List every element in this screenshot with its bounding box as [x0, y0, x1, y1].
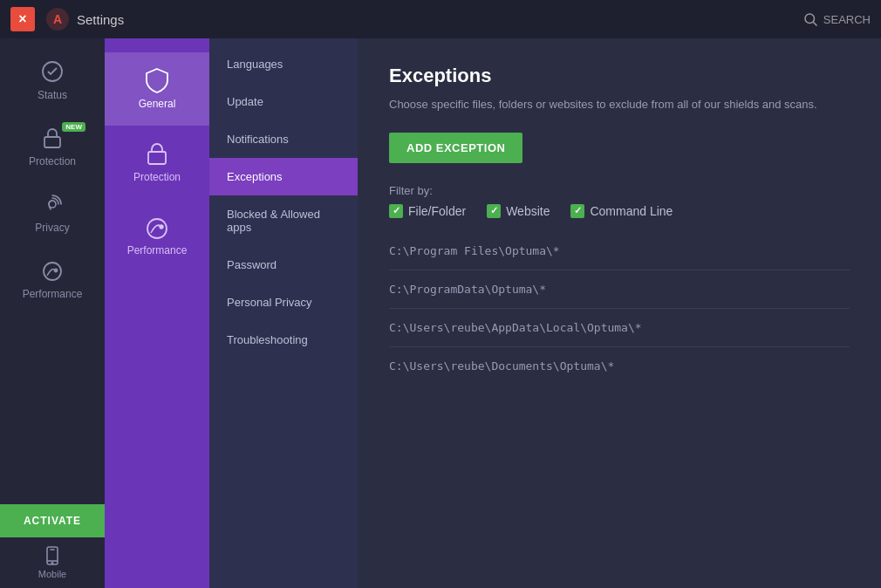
general-panel-performance[interactable]: Performance [105, 199, 209, 272]
main-layout: Status NEW Protection Privacy [0, 38, 881, 588]
fingerprint-icon [40, 192, 65, 216]
submenu-troubleshooting[interactable]: Troubleshooting [209, 321, 358, 359]
lock-outline-icon [145, 141, 169, 166]
filter-section: Filter by: ✓ File/Folder ✓ Website [389, 184, 850, 218]
lock-icon [40, 126, 65, 150]
general-panel-general-label: General [139, 98, 176, 110]
add-exception-button[interactable]: ADD EXCEPTION [389, 133, 522, 163]
content-area: Exceptions Choose specific files, folder… [358, 38, 881, 588]
svg-point-8 [55, 270, 58, 272]
filter-command-line-label: Command Line [590, 204, 673, 218]
speedometer-icon [40, 258, 65, 283]
shield-icon [145, 68, 169, 92]
exception-item-3[interactable]: C:\Users\reube\Documents\Optuma\* [389, 347, 850, 385]
checkmark-icon: ✓ [490, 205, 498, 216]
page-subtitle: Choose specific files, folders or websit… [389, 96, 850, 113]
page-title: Exceptions [389, 65, 850, 87]
sidebar-item-status-label: Status [38, 89, 67, 101]
filter-website[interactable]: ✓ Website [487, 204, 550, 218]
activate-button[interactable]: ACTIVATE [0, 504, 105, 537]
sidebar-item-performance-label: Performance [23, 288, 83, 300]
general-panel: General Protection Performance [105, 38, 209, 588]
new-badge: NEW [62, 122, 85, 132]
submenu-blocked-allowed-apps[interactable]: Blocked & Allowed apps [209, 195, 358, 246]
topbar: × A Settings SEARCH [0, 0, 881, 38]
filter-website-checkbox[interactable]: ✓ [487, 204, 501, 218]
topbar-title: Settings [77, 12, 802, 27]
exception-item-1[interactable]: C:\ProgramData\Optuma\* [389, 270, 850, 309]
sidebar-item-privacy-label: Privacy [35, 222, 69, 234]
exception-item-2[interactable]: C:\Users\reube\AppData\Local\Optuma\* [389, 309, 850, 347]
submenu-panel: Languages Update Notifications Exception… [209, 38, 358, 588]
left-sidebar: Status NEW Protection Privacy [0, 38, 105, 588]
exceptions-list: C:\Program Files\Optuma\* C:\ProgramData… [389, 232, 850, 385]
filter-file-folder[interactable]: ✓ File/Folder [389, 204, 466, 218]
checkmark-icon: ✓ [393, 205, 400, 216]
gauge-icon [145, 215, 169, 239]
search-icon [802, 11, 818, 27]
svg-text:A: A [53, 12, 62, 26]
filter-command-line[interactable]: ✓ Command Line [570, 204, 673, 218]
general-panel-general[interactable]: General [105, 52, 209, 126]
sidebar-item-mobile[interactable]: Mobile [0, 537, 105, 588]
submenu-personal-privacy[interactable]: Personal Privacy [209, 284, 358, 321]
general-panel-protection[interactable]: Protection [105, 126, 209, 199]
check-circle-icon [40, 59, 65, 84]
filter-command-line-checkbox[interactable]: ✓ [570, 204, 584, 218]
search-area[interactable]: SEARCH [802, 11, 871, 27]
general-panel-protection-label: Protection [133, 171, 181, 183]
svg-point-7 [44, 263, 61, 280]
sidebar-item-mobile-label: Mobile [38, 569, 66, 579]
svg-point-2 [805, 14, 815, 24]
svg-point-13 [147, 219, 167, 238]
checkmark-icon: ✓ [574, 205, 582, 216]
submenu-languages[interactable]: Languages [209, 45, 358, 83]
svg-rect-12 [148, 152, 166, 164]
svg-point-14 [160, 225, 163, 229]
sidebar-item-privacy[interactable]: Privacy [0, 180, 105, 246]
general-panel-performance-label: Performance [127, 244, 188, 256]
submenu-update[interactable]: Update [209, 83, 358, 120]
submenu-notifications[interactable]: Notifications [209, 120, 358, 158]
search-label: SEARCH [823, 13, 871, 26]
svg-rect-5 [44, 137, 60, 147]
filter-file-folder-checkbox[interactable]: ✓ [389, 204, 403, 218]
sidebar-item-protection[interactable]: NEW Protection [0, 113, 105, 180]
exception-item-0[interactable]: C:\Program Files\Optuma\* [389, 232, 850, 270]
sidebar-item-status[interactable]: Status [0, 47, 105, 113]
avast-logo: A [45, 7, 70, 31]
sidebar-item-protection-label: Protection [29, 155, 76, 168]
sidebar-item-performance[interactable]: Performance [0, 246, 105, 312]
filter-options: ✓ File/Folder ✓ Website ✓ Command Line [389, 204, 850, 218]
close-button[interactable]: × [10, 7, 35, 31]
filter-file-folder-label: File/Folder [408, 204, 466, 218]
filter-website-label: Website [506, 204, 550, 218]
filter-label: Filter by: [389, 184, 850, 197]
svg-line-3 [813, 22, 816, 25]
svg-point-11 [51, 563, 53, 564]
submenu-password[interactable]: Password [209, 246, 358, 284]
submenu-exceptions[interactable]: Exceptions [209, 158, 358, 195]
